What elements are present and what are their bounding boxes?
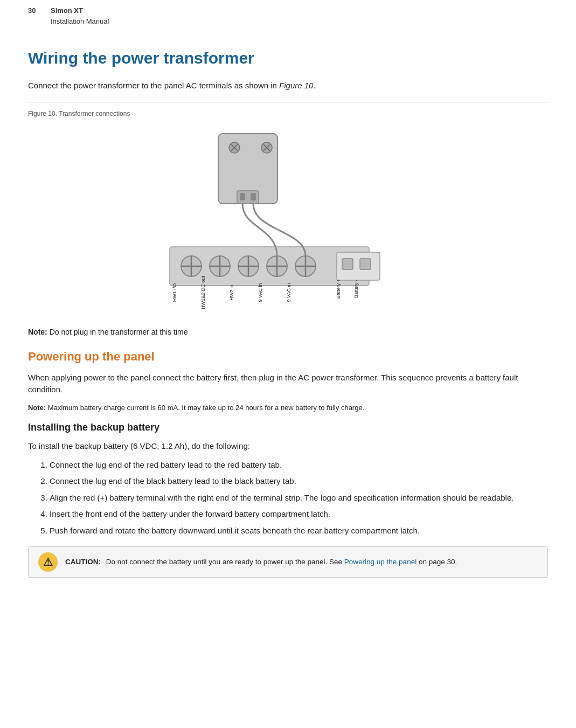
caution-content: CAUTION: Do not connect the battery unti… <box>65 557 457 567</box>
svg-rect-18 <box>360 259 371 269</box>
intro-paragraph: Connect the power transformer to the pan… <box>28 80 548 92</box>
note1: Note: Do not plug in the transformer at … <box>28 327 548 338</box>
svg-rect-17 <box>342 259 353 269</box>
svg-text:HW2 in: HW2 in <box>229 285 234 301</box>
step-item-5: Push forward and rotate the battery down… <box>50 525 548 537</box>
step-item-4: Insert the front end of the battery unde… <box>50 508 548 521</box>
figure-caption: Figure 10. Transformer connections <box>28 109 548 119</box>
caution-link[interactable]: Powering up the panel <box>344 558 417 566</box>
svg-text:HW1&2 DC out: HW1&2 DC out <box>200 275 206 309</box>
caution-bar: ⚠ CAUTION: Do not connect the battery un… <box>28 546 548 578</box>
section2-title: Powering up the panel <box>28 348 548 365</box>
caution-label: CAUTION: <box>65 558 101 566</box>
figure-reference: Figure 10 <box>279 81 313 90</box>
svg-text:Battery +: Battery + <box>336 279 341 298</box>
caution-icon: ⚠ <box>38 552 58 572</box>
transformer-diagram-svg: HW1 I/O HW1&2 DC out HW2 in 9 VAC in 9 V… <box>127 123 450 317</box>
step-item-3: Align the red (+) battery terminal with … <box>50 492 548 504</box>
manual-subtitle: Installation Manual <box>51 16 109 27</box>
main-section-title: Wiring the power transformer <box>28 46 548 70</box>
product-name: Simon XT <box>51 5 109 16</box>
note2: Note: Maximum battery charge current is … <box>28 403 548 413</box>
header-text: Simon XT Installation Manual <box>51 5 109 26</box>
note1-label: Note: <box>28 328 47 336</box>
svg-rect-34 <box>240 193 245 200</box>
note2-label: Note: <box>28 404 46 412</box>
main-content: Wiring the power transformer Connect the… <box>0 30 576 594</box>
svg-text:HW1 I/O: HW1 I/O <box>172 283 177 302</box>
svg-rect-35 <box>251 193 256 200</box>
step-item-2: Connect the lug end of the black battery… <box>50 475 548 488</box>
subsection-intro: To install the backup battery (6 VDC, 1.… <box>28 440 548 453</box>
svg-text:9 VAC in: 9 VAC in <box>286 283 292 302</box>
caution-text: Do not connect the battery until you are… <box>104 558 344 566</box>
note1-text: Do not plug in the transformer at this t… <box>47 328 188 336</box>
step-item-1: Connect the lug end of the red battery l… <box>50 459 548 472</box>
subsection-title: Installing the backup battery <box>28 420 548 435</box>
steps-list: Connect the lug end of the red battery l… <box>28 459 548 537</box>
page-number: 30 <box>28 5 41 16</box>
note2-text: Maximum battery charge current is 60 mA.… <box>46 404 364 412</box>
figure-area: HW1 I/O HW1&2 DC out HW2 in 9 VAC in 9 V… <box>28 123 548 317</box>
svg-text:Battery -: Battery - <box>353 279 359 297</box>
divider <box>28 102 548 102</box>
caution-end: on page 30. <box>417 558 457 566</box>
section2-body: When applying power to the panel connect… <box>28 372 548 396</box>
intro-text-start: Connect the power transformer to the pan… <box>28 81 279 90</box>
page: 30 Simon XT Installation Manual Wiring t… <box>0 0 576 728</box>
page-header: 30 Simon XT Installation Manual <box>0 0 576 30</box>
svg-text:9 VAC in: 9 VAC in <box>258 283 263 302</box>
intro-text-end: . <box>313 81 315 90</box>
diagram-container: HW1 I/O HW1&2 DC out HW2 in 9 VAC in 9 V… <box>127 123 450 317</box>
